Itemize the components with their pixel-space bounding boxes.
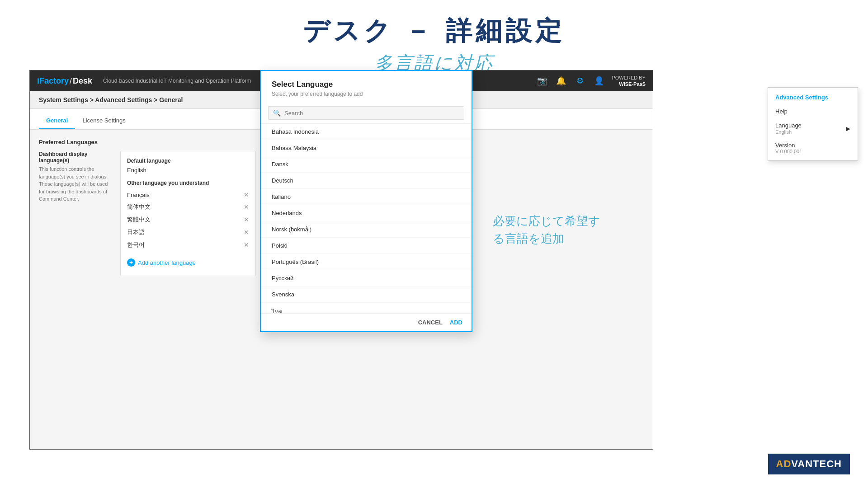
tab-license-settings[interactable]: License Settings	[75, 113, 132, 129]
lang-name-korean: 한국어	[127, 241, 145, 249]
search-icon: 🔍	[273, 109, 281, 117]
breadcrumb-text: System Settings > Advanced Settings > Ge…	[39, 96, 183, 103]
dashboard-section: Dashboard display language(s) This funct…	[39, 151, 256, 276]
tab-general[interactable]: General	[39, 113, 75, 129]
camera-icon[interactable]: 📷	[536, 75, 548, 87]
dropdown-item-help[interactable]: Help	[768, 104, 858, 118]
modal-footer: CANCEL ADD	[261, 313, 472, 331]
gear-icon[interactable]: ⚙	[574, 75, 586, 87]
list-item-portugues[interactable]: Português (Brasil)	[261, 254, 472, 270]
advantech-text: ADVANTECH	[776, 458, 842, 470]
plus-circle-icon: +	[127, 258, 135, 267]
dropdown-item-language[interactable]: Language English ▶	[768, 118, 858, 138]
lang-name-japanese: 日本語	[127, 228, 145, 236]
modal-subtitle: Select your preferred language to add	[272, 91, 461, 97]
powered-by: POWERED BY WISE-PaaS	[612, 75, 646, 88]
preferred-languages-title: Preferred Languages	[39, 139, 256, 145]
search-box: 🔍	[268, 106, 464, 120]
list-item-russian[interactable]: Русский	[261, 270, 472, 286]
dropdown-item-version[interactable]: Version V 0.000.001	[768, 138, 858, 158]
add-language-label: Add another language	[138, 259, 196, 266]
add-language-button[interactable]: + Add another language	[127, 256, 249, 269]
dropdown-language-sub: English	[775, 129, 802, 135]
brand-ifactory: iFactory	[37, 76, 69, 86]
dropdown-item-advanced-settings[interactable]: Advanced Settings	[768, 90, 858, 104]
adv-accent: AD	[776, 458, 792, 469]
list-item-polski[interactable]: Polski	[261, 238, 472, 254]
annotation-text: 必要に応じて希望する言語を追加	[493, 212, 600, 248]
modal-search: 🔍	[261, 103, 472, 124]
list-item-bahasa-malaysia[interactable]: Bahasa Malaysia	[261, 140, 472, 156]
bell-icon[interactable]: 🔔	[555, 75, 567, 87]
list-item-dansk[interactable]: Dansk	[261, 156, 472, 173]
remove-francais-btn[interactable]: ✕	[244, 191, 249, 198]
search-input[interactable]	[284, 110, 459, 117]
list-item-thai[interactable]: ไทย	[261, 303, 472, 313]
brand-slash: /	[70, 76, 72, 86]
lang-name-traditional-chinese: 繁體中文	[127, 216, 151, 224]
select-language-modal: Select Language Select your preferred la…	[260, 70, 472, 332]
lang-name-simplified-chinese: 简体中文	[127, 203, 151, 211]
dashboard-title: Dashboard display language(s)	[39, 151, 111, 164]
list-item-italiano[interactable]: Italiano	[261, 189, 472, 205]
default-language-value: English	[127, 167, 249, 174]
remove-traditional-chinese-btn[interactable]: ✕	[244, 216, 249, 223]
dashboard-desc-text: This function controls the language(s) y…	[39, 165, 111, 203]
dropdown-language-label: Language	[775, 122, 802, 129]
remove-korean-btn[interactable]: ✕	[244, 241, 249, 249]
list-item-deutsch[interactable]: Deutsch	[261, 173, 472, 189]
dropdown-version-label: Version	[775, 142, 850, 149]
default-language-title: Default language	[127, 158, 249, 164]
add-button[interactable]: ADD	[450, 319, 462, 326]
remove-simplified-chinese-btn[interactable]: ✕	[244, 203, 249, 211]
brand-logo[interactable]: iFactory / Desk	[37, 76, 92, 86]
lang-item-korean: 한국어 ✕	[127, 239, 249, 251]
modal-title: Select Language	[272, 80, 461, 89]
dropdown-version-value: V 0.000.001	[775, 149, 850, 154]
lang-item-japanese: 日本語 ✕	[127, 226, 249, 239]
chevron-right-icon: ▶	[846, 125, 850, 132]
topbar-right: 📷 🔔 ⚙ 👤 POWERED BY WISE-PaaS	[536, 75, 646, 88]
lang-item-simplified-chinese: 简体中文 ✕	[127, 201, 249, 213]
cancel-button[interactable]: CANCEL	[418, 319, 443, 326]
dropdown-menu: Advanced Settings Help Language English …	[768, 87, 858, 161]
dashboard-desc: Dashboard display language(s) This funct…	[39, 151, 111, 276]
list-item-norsk[interactable]: Norsk (bokmål)	[261, 221, 472, 238]
advantech-logo: ADVANTECH	[768, 454, 850, 474]
topbar-tagline: Cloud-based Industrial IoT Monitoring an…	[103, 78, 251, 84]
page-title-area: デスク － 詳細設定 多言語に対応	[0, 0, 868, 80]
lang-item-francais: Français ✕	[127, 189, 249, 201]
modal-header: Select Language Select your preferred la…	[261, 71, 472, 103]
list-item-nederlands[interactable]: Nederlands	[261, 205, 472, 221]
left-panel: Preferred Languages Dashboard display la…	[30, 130, 265, 449]
language-panel: Default language English Other language …	[120, 151, 256, 276]
lang-item-traditional-chinese: 繁體中文 ✕	[127, 213, 249, 226]
list-item-bahasa-indonesia[interactable]: Bahasa Indonesia	[261, 124, 472, 140]
modal-language-list: Bahasa Indonesia Bahasa Malaysia Dansk D…	[261, 124, 472, 313]
other-language-title: Other language you understand	[127, 180, 249, 186]
lang-name-francais: Français	[127, 192, 150, 198]
list-item-svenska[interactable]: Svenska	[261, 286, 472, 303]
topbar-left: iFactory / Desk Cloud-based Industrial I…	[37, 76, 251, 86]
user-icon[interactable]: 👤	[593, 75, 605, 87]
page-title-main: デスク － 詳細設定	[0, 14, 868, 49]
brand-desk: Desk	[73, 76, 92, 86]
remove-japanese-btn[interactable]: ✕	[244, 229, 249, 236]
